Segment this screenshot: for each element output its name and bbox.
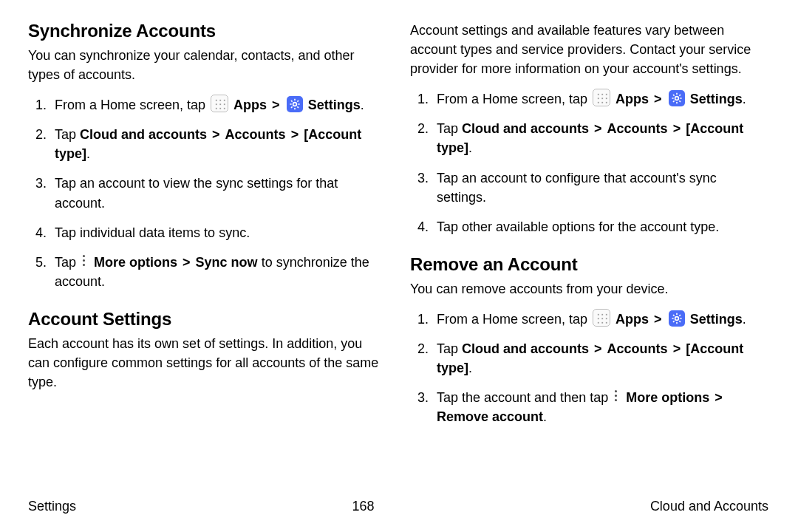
remove-steps: From a Home screen, tap Apps > Settings.… (410, 309, 768, 426)
text: Cloud and accounts (80, 127, 207, 142)
footer-left: Settings (28, 499, 76, 514)
svg-point-2 (675, 317, 678, 321)
text: More options (626, 390, 709, 405)
text: Sync now (196, 255, 258, 270)
text: Tap (55, 127, 80, 142)
apps-label: Apps (233, 98, 267, 112)
apps-label: Apps (615, 92, 649, 106)
sync-step-2: Tap Cloud and accounts > Accounts > [Acc… (50, 125, 386, 163)
text: . (468, 361, 472, 375)
text: Accounts (607, 341, 668, 356)
acct-step-1: From a Home screen, tap Apps > Settings. (432, 89, 768, 109)
text: . (743, 312, 746, 327)
right-column: Account settings and available features … (410, 21, 768, 444)
more-options-icon (612, 389, 621, 404)
sync-step-5: Tap More options > Sync now to synchroni… (50, 253, 386, 291)
text: Tap the account and then tap (437, 390, 612, 405)
text: . (743, 92, 746, 106)
account-settings-intro: Each account has its own set of settings… (28, 334, 386, 392)
apps-label: Apps (615, 312, 649, 327)
settings-icon (669, 90, 685, 106)
heading-account-settings: Account Settings (28, 309, 386, 330)
heading-remove-account: Remove an Account (410, 254, 768, 275)
chevron-right-icon: > (211, 127, 222, 142)
document-page: Synchronize Accounts You can synchronize… (0, 0, 798, 532)
chevron-right-icon: > (181, 255, 192, 270)
remove-step-2: Tap Cloud and accounts > Accounts > [Acc… (432, 339, 768, 378)
page-footer: Settings 168 Cloud and Accounts (28, 499, 768, 514)
heading-sync-accounts: Synchronize Accounts (28, 21, 386, 41)
text: . (543, 409, 547, 424)
text: Tap (55, 255, 80, 270)
sync-steps: From a Home screen, tap Apps > Settings.… (28, 95, 386, 291)
footer-page-number: 168 (352, 499, 374, 514)
text: Accounts (225, 127, 286, 142)
remove-step-1: From a Home screen, tap Apps > Settings. (432, 309, 768, 329)
left-column: Synchronize Accounts You can synchronize… (28, 21, 386, 444)
chevron-right-icon: > (270, 98, 282, 112)
acct-step-3: Tap an account to configure that account… (432, 168, 768, 207)
account-settings-detail: Account settings and available features … (410, 21, 768, 78)
footer-right: Cloud and Accounts (650, 499, 768, 514)
chevron-right-icon: > (672, 341, 683, 356)
chevron-right-icon: > (290, 127, 301, 142)
acct-step-2: Tap Cloud and accounts > Accounts > [Acc… (432, 119, 768, 157)
settings-label: Settings (690, 312, 743, 327)
chevron-right-icon: > (593, 341, 604, 356)
remove-step-3: Tap the account and then tap More option… (432, 388, 768, 426)
settings-icon (287, 96, 303, 112)
sync-step-4: Tap individual data items to sync. (50, 223, 386, 242)
text: Cloud and accounts (462, 341, 589, 356)
text: . (361, 98, 364, 112)
text: . (86, 146, 90, 161)
text: Cloud and accounts (462, 121, 589, 136)
columns: Synchronize Accounts You can synchronize… (28, 21, 768, 444)
text: . (468, 140, 472, 155)
apps-icon (593, 89, 610, 106)
apps-icon (211, 95, 228, 112)
text: Tap (437, 341, 462, 356)
svg-point-0 (293, 103, 296, 106)
remove-intro: You can remove accounts from your device… (410, 279, 768, 299)
apps-icon (593, 309, 610, 327)
text: Tap (437, 121, 462, 136)
acct-step-4: Tap other available options for the acco… (432, 217, 768, 236)
text: From a Home screen, tap (55, 98, 209, 112)
sync-step-3: Tap an account to view the sync settings… (50, 174, 386, 212)
sync-intro: You can synchronize your calendar, conta… (28, 46, 386, 84)
text: Remove account (437, 409, 543, 424)
chevron-right-icon: > (593, 121, 604, 136)
text: Accounts (607, 121, 668, 136)
settings-icon (669, 310, 685, 327)
account-settings-steps: From a Home screen, tap Apps > Settings.… (410, 89, 768, 236)
chevron-right-icon: > (672, 121, 683, 136)
settings-label: Settings (690, 92, 743, 106)
more-options-icon (80, 254, 89, 269)
chevron-right-icon: > (652, 312, 664, 327)
svg-point-1 (675, 97, 678, 100)
chevron-right-icon: > (652, 92, 664, 106)
settings-label: Settings (308, 98, 361, 112)
sync-step-1: From a Home screen, tap Apps > Settings. (50, 95, 386, 115)
chevron-right-icon: > (713, 390, 724, 405)
text: From a Home screen, tap (437, 312, 591, 327)
text: From a Home screen, tap (437, 92, 591, 106)
text: More options (94, 255, 177, 270)
